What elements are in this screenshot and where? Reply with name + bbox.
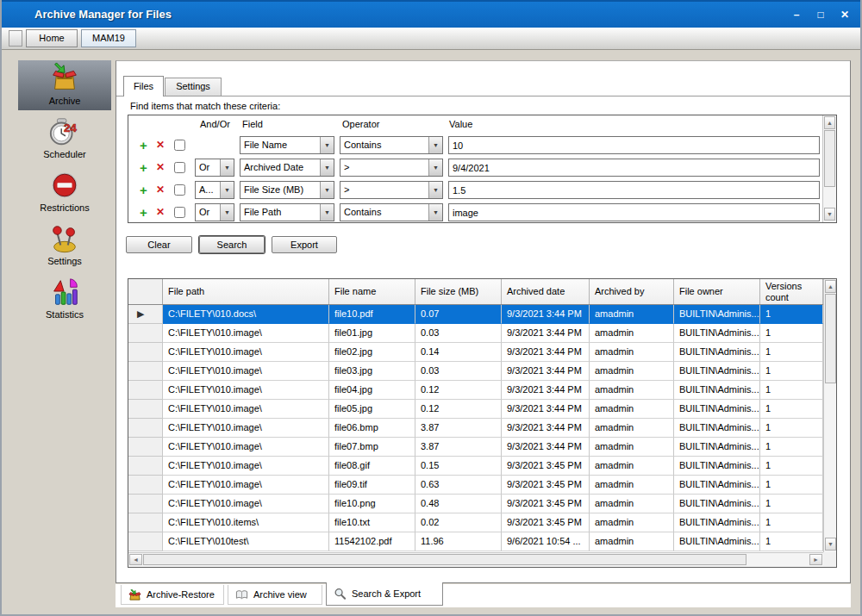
table-row[interactable]: ▶C:\FILETY\010.docs\file10.pdf0.079/3/20… (128, 305, 823, 324)
row-selector-cell[interactable] (128, 362, 163, 381)
field-combo[interactable]: Archived Date▼ (240, 159, 334, 177)
field-combo[interactable]: File Path▼ (240, 203, 334, 221)
table-row[interactable]: C:\FILETY\010.image\file08.gif0.159/3/20… (128, 457, 823, 476)
scrollbar-thumb[interactable] (824, 130, 835, 187)
table-row[interactable]: C:\FILETY\010.image\file06.bmp3.879/3/20… (128, 419, 823, 438)
scroll-left-icon[interactable]: ◄ (129, 554, 142, 565)
clear-button[interactable]: Clear (126, 236, 192, 253)
bottom-tab-archive-restore[interactable]: Archive-Restore (121, 585, 224, 605)
column-header-archived-date[interactable]: Archived date (502, 279, 590, 304)
toolbar-grip-button[interactable] (9, 30, 22, 47)
table-row[interactable]: C:\FILETY\010.image\file07.bmp3.879/3/20… (128, 438, 823, 457)
chevron-down-icon[interactable]: ▼ (428, 159, 442, 176)
sidebar-item-scheduler[interactable]: 24Scheduler (18, 114, 111, 164)
table-row[interactable]: C:\FILETY\010.image\file05.jpg0.129/3/20… (128, 400, 823, 419)
sidebar-item-statistics[interactable]: Statistics (18, 274, 111, 324)
row-selector-cell[interactable] (128, 513, 163, 532)
column-header-archived-by[interactable]: Archived by (590, 279, 674, 304)
row-selector-cell[interactable] (128, 324, 163, 343)
column-header-versions-count[interactable]: Versions count (760, 279, 823, 304)
tab-settings[interactable]: Settings (165, 78, 222, 96)
criteria-scrollbar[interactable]: ▲ ▼ (822, 115, 836, 222)
add-criteria-icon[interactable]: + (140, 205, 147, 220)
row-selector-cell[interactable] (128, 476, 163, 495)
chevron-down-icon[interactable]: ▼ (220, 204, 234, 221)
bottom-tab-archive-view[interactable]: Archive view (228, 585, 322, 605)
table-row[interactable]: C:\FILETY\010.image\file02.jpg0.149/3/20… (128, 343, 823, 362)
row-selector-cell[interactable] (128, 532, 163, 551)
remove-criteria-icon[interactable]: ✕ (156, 184, 165, 196)
andor-combo[interactable]: Or▼ (195, 203, 234, 221)
chevron-down-icon[interactable]: ▼ (320, 137, 334, 153)
column-header-file-size-mb[interactable]: File size (MB) (415, 279, 502, 304)
sidebar-item-settings[interactable]: Settings (18, 221, 111, 271)
andor-combo[interactable]: A...▼ (195, 181, 234, 199)
table-row[interactable]: C:\FILETY\010.image\file10.png0.489/3/20… (128, 495, 823, 513)
chevron-down-icon[interactable]: ▼ (320, 159, 334, 176)
tab-files[interactable]: Files (123, 76, 164, 96)
close-button[interactable]: ✕ (836, 6, 853, 23)
row-selector-cell[interactable]: ▶ (128, 305, 163, 324)
table-vertical-scrollbar[interactable]: ▲ ▼ (823, 279, 836, 552)
remove-criteria-icon[interactable]: ✕ (156, 139, 165, 151)
scrollbar-thumb[interactable] (825, 294, 836, 383)
andor-combo[interactable]: Or▼ (195, 159, 234, 177)
scrollbar-thumb[interactable] (143, 554, 746, 565)
table-row[interactable]: C:\FILETY\010.image\file04.jpg0.129/3/20… (128, 381, 823, 400)
chevron-down-icon[interactable]: ▼ (220, 182, 234, 198)
table-row[interactable]: C:\FILETY\010.image\file03.jpg0.039/3/20… (128, 362, 823, 381)
row-selector-cell[interactable] (128, 495, 163, 513)
criteria-checkbox[interactable] (174, 140, 185, 151)
row-selector-cell[interactable] (128, 343, 163, 362)
operator-combo[interactable]: >▼ (340, 159, 443, 177)
maximize-button[interactable]: □ (812, 6, 829, 23)
criteria-checkbox[interactable] (174, 207, 185, 218)
criteria-checkbox[interactable] (174, 162, 185, 173)
search-button[interactable]: Search (199, 236, 265, 253)
row-selector-cell[interactable] (128, 457, 163, 476)
table-row[interactable]: C:\FILETY\010test\11542102.pdf11.969/6/2… (128, 532, 823, 551)
column-header-file-path[interactable]: File path (163, 279, 329, 304)
scroll-down-icon[interactable]: ▼ (824, 208, 835, 221)
value-input[interactable] (448, 181, 820, 199)
scroll-up-icon[interactable]: ▲ (825, 280, 836, 293)
home-button[interactable]: Home (26, 29, 78, 47)
chevron-down-icon[interactable]: ▼ (320, 204, 334, 221)
chevron-down-icon[interactable]: ▼ (428, 204, 442, 221)
sidebar-item-restrictions[interactable]: Restrictions (18, 167, 111, 217)
row-selector-cell[interactable] (128, 419, 163, 438)
column-header-file-owner[interactable]: File owner (674, 279, 760, 304)
chevron-down-icon[interactable]: ▼ (320, 182, 334, 198)
criteria-checkbox[interactable] (174, 184, 185, 196)
chevron-down-icon[interactable]: ▼ (428, 182, 442, 198)
column-header-file-name[interactable]: File name (329, 279, 415, 304)
sidebar-item-archive[interactable]: Archive (18, 60, 111, 110)
value-input[interactable] (448, 203, 820, 221)
row-selector-cell[interactable] (128, 381, 163, 400)
row-selector-cell[interactable] (128, 438, 163, 457)
scroll-up-icon[interactable]: ▲ (824, 116, 835, 129)
bottom-tab-search-export[interactable]: Search & Export (326, 582, 443, 606)
row-selector-cell[interactable] (128, 400, 163, 419)
value-input[interactable] (448, 159, 820, 177)
mam19-button[interactable]: MAM19 (81, 29, 136, 47)
add-criteria-icon[interactable]: + (140, 160, 147, 175)
value-input[interactable] (448, 136, 820, 154)
remove-criteria-icon[interactable]: ✕ (156, 161, 165, 173)
scroll-right-icon[interactable]: ► (809, 554, 822, 565)
remove-criteria-icon[interactable]: ✕ (156, 206, 165, 218)
table-row[interactable]: C:\FILETY\010.image\file01.jpg0.039/3/20… (128, 324, 823, 343)
operator-combo[interactable]: >▼ (340, 181, 443, 199)
chevron-down-icon[interactable]: ▼ (220, 159, 234, 176)
table-row[interactable]: C:\FILETY\010.image\file09.tif0.639/3/20… (128, 476, 823, 495)
field-combo[interactable]: File Size (MB)▼ (240, 181, 334, 199)
table-row[interactable]: C:\FILETY\010.items\file10.txt0.029/3/20… (128, 513, 823, 532)
minimize-button[interactable]: – (788, 6, 805, 23)
scroll-down-icon[interactable]: ▼ (825, 538, 836, 551)
chevron-down-icon[interactable]: ▼ (428, 137, 442, 153)
add-criteria-icon[interactable]: + (140, 183, 147, 197)
table-horizontal-scrollbar[interactable]: ◄ ► (128, 552, 823, 567)
field-combo[interactable]: File Name▼ (240, 136, 334, 154)
operator-combo[interactable]: Contains▼ (340, 203, 443, 221)
export-button[interactable]: Export (272, 236, 337, 253)
